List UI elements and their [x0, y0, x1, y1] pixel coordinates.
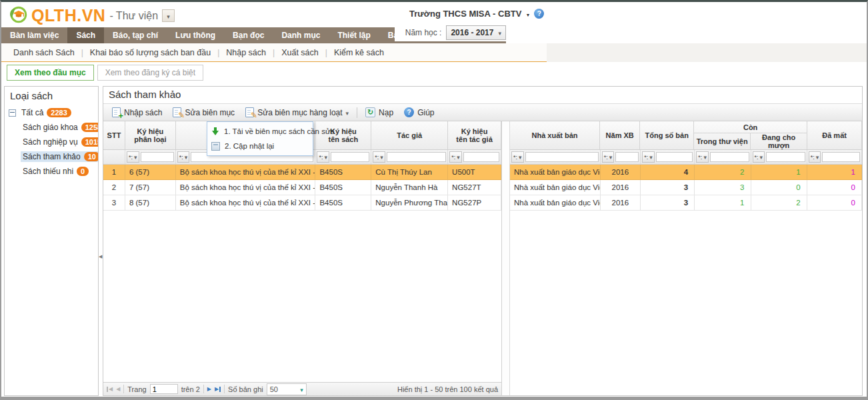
filter-input[interactable] [387, 152, 446, 162]
school-year-select[interactable]: 2016 - 2017 [446, 25, 506, 40]
view-by-heading-button[interactable]: Xem theo đầu mục [7, 65, 94, 81]
tree-item-label: Sách tham khảo [23, 152, 81, 161]
column-header-stt[interactable]: STT [103, 121, 125, 149]
subnav-link-khai-bao-so-luong-sach-ban-dau[interactable]: Khai báo số lượng sách ban đầu [83, 48, 217, 57]
vertical-scrollbar[interactable] [502, 121, 510, 395]
menu-item-update-again[interactable]: 2. Cập nhật lại [207, 139, 313, 153]
column-header-nam-xb[interactable]: Năm XB [600, 121, 640, 149]
cell-trong_tv: 1 [695, 195, 751, 210]
filter-operator-button[interactable]: *: [809, 151, 821, 163]
tree-item-1[interactable]: Sách giáo khoa1258 [5, 120, 98, 135]
table-row[interactable]: 16 (57)Bộ sách khoa học thú vị của thế k… [103, 165, 501, 180]
table-row[interactable]: Nhà xuất bản giáo dục Việt Nam20164211 [510, 165, 862, 180]
filter-input[interactable] [710, 152, 749, 162]
nav-tab-thiet-lap[interactable]: Thiết lập [329, 27, 379, 43]
chevron-down-icon [134, 154, 137, 161]
filter-input[interactable] [822, 152, 860, 162]
filter-input[interactable] [525, 152, 599, 162]
subnav-link-kiem-ke-sach[interactable]: Kiểm kê sách [327, 48, 391, 57]
filter-cell-tac_gia: *: [371, 150, 448, 164]
cell-ten_sach: Bộ sách khoa học thú vị của thế kỉ XXI -… [176, 165, 316, 179]
logo: QLTH.VN - Thư viện [8, 5, 175, 27]
column-header-trong-thu-vien[interactable]: Trong thư viện [694, 133, 751, 149]
cell-tong: 3 [641, 195, 695, 210]
subnav-link-danh-sach-sach[interactable]: Danh sách Sách [7, 48, 81, 57]
filter-operator-button[interactable]: *: [511, 151, 524, 163]
page-size-select[interactable]: 50 [267, 383, 307, 395]
help-icon[interactable] [534, 9, 544, 19]
filter-operator-button[interactable]: *: [602, 151, 615, 163]
filter-operator-button[interactable]: *: [449, 151, 462, 163]
column-header-kh_tac_gia[interactable]: Ký hiệu tên tác giả [448, 121, 501, 149]
subnav-link-xuat-sach[interactable]: Xuất sách [275, 48, 325, 57]
page-title: Sách tham khảo [103, 87, 862, 103]
filter-input[interactable] [656, 152, 693, 162]
nav-tab-sach[interactable]: Sách [67, 27, 104, 43]
chevron-down-icon [167, 11, 170, 21]
subnav-link-nhap-sach[interactable]: Nhập sách [219, 48, 273, 57]
column-group-header-con[interactable]: Còn [694, 121, 807, 133]
add-book-button[interactable]: Nhập sách [107, 106, 167, 119]
cell-kh_tac_gia: NG527T [448, 180, 501, 195]
nav-tab-danh-muc[interactable]: Danh mục [273, 27, 329, 43]
tree-item-label: Sách nghiệp vụ [23, 137, 78, 147]
view-by-registration-button[interactable]: Xem theo đăng ký cá biệt [97, 65, 203, 81]
tree-expander-icon[interactable] [9, 109, 16, 117]
column-header-dang-cho-muon[interactable]: Đang cho mượn [751, 133, 807, 149]
nav-tab-ban-lam-viec[interactable]: Bàn làm việc [1, 27, 67, 43]
subnav: Danh sách Sách|Khai báo số lượng sách ba… [1, 43, 547, 62]
column-header-khpl[interactable]: Ký hiệu phân loại [125, 121, 176, 149]
tree-item-2[interactable]: Sách nghiệp vụ1015 [5, 135, 98, 149]
filter-input[interactable] [141, 152, 174, 162]
filter-input[interactable] [463, 152, 499, 162]
help-button[interactable]: Giúp [399, 106, 439, 119]
chevron-down-icon [760, 154, 763, 161]
table-row[interactable]: Nhà xuất bản giáo dục Việt Nam20163300 [510, 180, 862, 195]
reload-button[interactable]: Nạp [361, 106, 398, 119]
first-page-icon[interactable] [107, 387, 113, 392]
chevron-down-icon [300, 385, 303, 393]
last-page-icon[interactable] [215, 387, 221, 392]
tree-item-0[interactable]: Tất cả2283 [5, 105, 98, 120]
batch-edit-catalog-button[interactable]: Sửa biên mục hàng loạt [241, 106, 353, 119]
main-panel: Sách tham khảo Nhập sáchSửa biên mụcSửa … [103, 86, 863, 396]
column-header-nxb[interactable]: Nhà xuất bản [510, 121, 600, 149]
filter-operator-button[interactable]: *: [642, 151, 655, 163]
next-page-icon[interactable] [207, 387, 211, 392]
cell-stt: 2 [103, 180, 125, 195]
filter-operator-button[interactable]: *: [753, 151, 765, 163]
tree-item-3[interactable]: Sách tham khảo10 [5, 149, 98, 164]
page-input[interactable] [150, 384, 178, 394]
nav-tab-ban-doc[interactable]: Bạn đọc [224, 27, 273, 43]
filter-operator-button[interactable]: *: [373, 151, 385, 163]
filter-input[interactable] [331, 152, 369, 162]
column-header-da-mat[interactable]: Đã mất [807, 121, 862, 149]
filter-operator-button[interactable]: *: [127, 151, 139, 163]
table-row[interactable]: Nhà xuất bản giáo dục Việt Nam20163120 [510, 195, 862, 211]
tree-item-4[interactable]: Sách thiếu nhi0 [5, 164, 98, 179]
cell-khpl: 7 (57) [125, 180, 176, 195]
menu-item-download-catalog[interactable]: 1. Tải về biên mục sách cần sửa [207, 124, 313, 139]
table-row[interactable]: 38 (57)Bộ sách khoa học thú vị của thế k… [103, 195, 501, 211]
nav-tab-luu-thong[interactable]: Lưu thông [167, 27, 224, 43]
table-row[interactable]: 27 (57)Bộ sách khoa học thú vị của thế k… [103, 180, 501, 195]
filter-cell-trong_tv: *: [695, 150, 751, 164]
column-header-tac_gia[interactable]: Tác giả [371, 121, 448, 149]
book-type-tree: Tất cả2283Sách giáo khoa1258Sách nghiệp … [5, 105, 98, 179]
edit-catalog-button[interactable]: Sửa biên mục [168, 106, 239, 119]
module-dropdown-button[interactable] [162, 9, 175, 22]
grid-left-section: STTKý hiệu phân loạiTên sáchKý hiệu tên … [103, 121, 502, 395]
page-size-label: Số bản ghi [228, 385, 263, 393]
filter-input[interactable] [615, 152, 639, 162]
collapse-sidebar-icon[interactable] [99, 254, 102, 259]
filter-input[interactable] [766, 152, 805, 162]
nav-tab-bao-tap-chi[interactable]: Báo, tạp chí [104, 27, 167, 43]
filter-operator-button[interactable]: *: [696, 151, 709, 163]
column-header-kh_ten_sach[interactable]: Ký hiệu tên sách [315, 121, 371, 149]
filter-operator-button[interactable]: *: [177, 151, 190, 163]
chevron-down-icon [185, 154, 188, 161]
prev-page-icon[interactable] [116, 387, 120, 392]
filter-operator-button[interactable]: *: [317, 151, 329, 163]
column-header-tong-so-ban[interactable]: Tổng số bản [640, 121, 694, 149]
school-account-menu[interactable]: Trường THCS MISA - CBTV [409, 9, 544, 19]
